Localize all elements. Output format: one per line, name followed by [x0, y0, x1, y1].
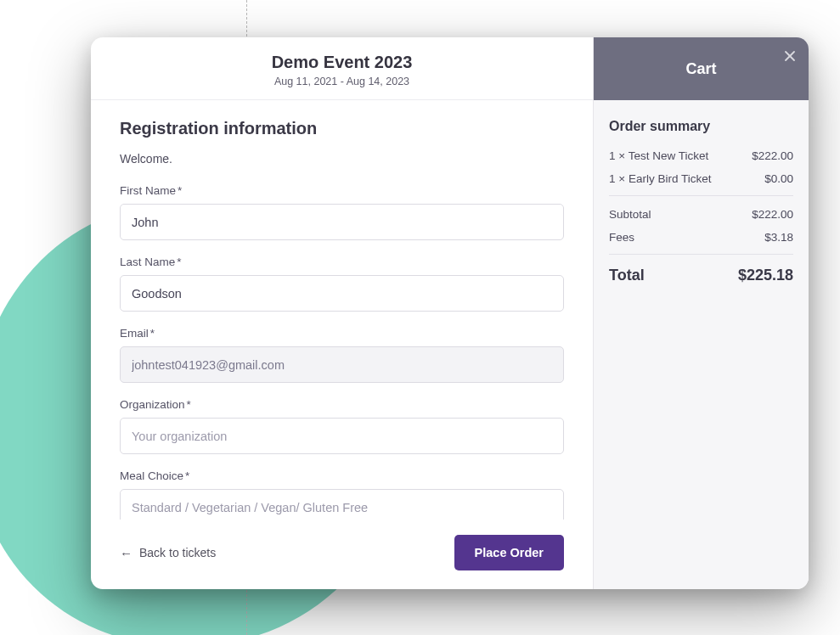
- fees-row: Fees $3.18: [609, 231, 793, 244]
- total-label: Total: [609, 267, 645, 284]
- order-summary: Order summary 1 × Test New Ticket $222.0…: [594, 100, 809, 303]
- registration-section-title: Registration information: [120, 119, 564, 138]
- last-name-field: Last Name*: [120, 256, 564, 312]
- total-row: Total $225.18: [609, 267, 793, 284]
- first-name-input[interactable]: [120, 204, 564, 240]
- cart-item-amount: $0.00: [764, 172, 793, 185]
- first-name-field: First Name*: [120, 184, 564, 240]
- subtotal-amount: $222.00: [752, 208, 793, 221]
- organization-input[interactable]: [120, 418, 564, 454]
- fees-label: Fees: [609, 231, 634, 244]
- registration-form-scroll[interactable]: Registration information Welcome. First …: [91, 100, 593, 520]
- back-to-tickets-link[interactable]: ← Back to tickets: [120, 546, 216, 559]
- organization-label: Organization*: [120, 398, 564, 411]
- email-input[interactable]: [120, 346, 564, 383]
- fees-amount: $3.18: [764, 231, 793, 244]
- meal-choice-field: Meal Choice*: [120, 469, 564, 520]
- email-label: Email*: [120, 327, 564, 340]
- arrow-left-icon: ←: [120, 547, 132, 559]
- welcome-text: Welcome.: [120, 152, 564, 166]
- close-icon[interactable]: [781, 48, 798, 65]
- place-order-button[interactable]: Place Order: [454, 535, 564, 570]
- checkout-modal: Demo Event 2023 Aug 11, 2021 - Aug 14, 2…: [91, 37, 809, 589]
- organization-field: Organization*: [120, 398, 564, 454]
- cart-header: Cart: [594, 37, 809, 100]
- summary-divider: [609, 254, 793, 255]
- cart-item-row: 1 × Test New Ticket $222.00: [609, 149, 793, 162]
- event-header: Demo Event 2023 Aug 11, 2021 - Aug 14, 2…: [91, 37, 593, 100]
- last-name-input[interactable]: [120, 275, 564, 312]
- meal-choice-label: Meal Choice*: [120, 469, 564, 482]
- email-field: Email*: [120, 327, 564, 383]
- meal-choice-input[interactable]: [120, 489, 564, 520]
- subtotal-label: Subtotal: [609, 208, 651, 221]
- cart-item-label: 1 × Test New Ticket: [609, 149, 708, 162]
- order-summary-title: Order summary: [609, 119, 793, 134]
- event-dates: Aug 11, 2021 - Aug 14, 2023: [99, 76, 584, 87]
- summary-divider: [609, 195, 793, 196]
- cart-item-row: 1 × Early Bird Ticket $0.00: [609, 172, 793, 185]
- cart-item-label: 1 × Early Bird Ticket: [609, 172, 711, 185]
- subtotal-row: Subtotal $222.00: [609, 208, 793, 221]
- first-name-label: First Name*: [120, 184, 564, 197]
- back-link-label: Back to tickets: [139, 546, 216, 559]
- last-name-label: Last Name*: [120, 256, 564, 268]
- cart-title: Cart: [685, 60, 716, 78]
- form-footer: ← Back to tickets Place Order: [91, 520, 593, 589]
- total-amount: $225.18: [738, 267, 793, 284]
- event-title: Demo Event 2023: [99, 53, 584, 72]
- registration-column: Demo Event 2023 Aug 11, 2021 - Aug 14, 2…: [91, 37, 594, 589]
- cart-item-amount: $222.00: [752, 149, 793, 162]
- cart-column: Cart Order summary 1 × Test New Ticket $…: [594, 37, 809, 589]
